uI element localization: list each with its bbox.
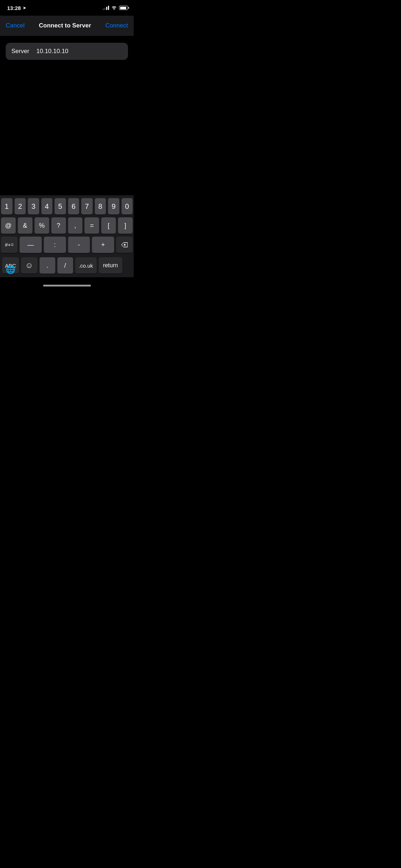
key-ampersand[interactable]: & bbox=[18, 217, 32, 234]
key-plus[interactable]: + bbox=[92, 237, 114, 253]
server-label: Server bbox=[11, 48, 31, 55]
key-bracket-open[interactable]: [ bbox=[101, 217, 116, 234]
key-percent[interactable]: % bbox=[35, 217, 49, 234]
server-address-input[interactable] bbox=[36, 48, 122, 55]
key-hashplusEquals[interactable]: #+= bbox=[1, 237, 17, 253]
keyboard-row-special: #+= — : - + bbox=[1, 237, 133, 253]
key-comma[interactable]: , bbox=[68, 217, 83, 234]
key-4[interactable]: 4 bbox=[41, 198, 53, 215]
key-colon[interactable]: : bbox=[44, 237, 66, 253]
key-0[interactable]: 0 bbox=[122, 198, 133, 215]
signal-icon bbox=[103, 6, 109, 10]
key-hyphen[interactable]: - bbox=[68, 237, 90, 253]
key-return[interactable]: return bbox=[99, 257, 122, 274]
key-at[interactable]: @ bbox=[1, 217, 16, 234]
home-indicator bbox=[43, 285, 91, 286]
keyboard-row-numbers: 1 2 3 4 5 6 7 8 9 0 bbox=[1, 198, 133, 215]
location-arrow-icon: ➤ bbox=[23, 6, 26, 10]
content-area: Server bbox=[0, 36, 134, 67]
status-icons bbox=[103, 5, 128, 11]
key-em-dash[interactable]: — bbox=[20, 237, 42, 253]
key-1[interactable]: 1 bbox=[1, 198, 12, 215]
key-couk[interactable]: .co.uk bbox=[75, 257, 97, 274]
key-3[interactable]: 3 bbox=[28, 198, 39, 215]
navigation-bar: Cancel Connect to Server Connect bbox=[0, 16, 134, 36]
globe-icon[interactable]: 🌐 bbox=[6, 265, 15, 274]
server-input-row[interactable]: Server bbox=[6, 43, 128, 60]
battery-icon bbox=[119, 6, 128, 10]
cancel-button[interactable]: Cancel bbox=[6, 19, 25, 32]
key-8[interactable]: 8 bbox=[95, 198, 106, 215]
key-bracket-close[interactable]: ] bbox=[118, 217, 133, 234]
keyboard: 1 2 3 4 5 6 7 8 9 0 @ & % ? , = [ ] #+= … bbox=[0, 195, 134, 277]
connect-button[interactable]: Connect bbox=[106, 19, 128, 32]
status-time: 13:28 ➤ bbox=[7, 5, 26, 11]
status-bar: 13:28 ➤ bbox=[0, 0, 134, 16]
time-display: 13:28 bbox=[7, 5, 21, 11]
key-question[interactable]: ? bbox=[51, 217, 66, 234]
key-6[interactable]: 6 bbox=[68, 198, 79, 215]
keyboard-row-symbols: @ & % ? , = [ ] bbox=[1, 217, 133, 234]
wifi-icon bbox=[111, 5, 117, 11]
key-2[interactable]: 2 bbox=[15, 198, 26, 215]
key-dot[interactable]: . bbox=[40, 257, 55, 274]
key-7[interactable]: 7 bbox=[81, 198, 93, 215]
key-9[interactable]: 9 bbox=[108, 198, 119, 215]
keyboard-row-bottom: ABC ☺ . / .co.uk return bbox=[1, 256, 133, 276]
page-title: Connect to Server bbox=[39, 22, 91, 29]
key-slash[interactable]: / bbox=[57, 257, 73, 274]
key-5[interactable]: 5 bbox=[55, 198, 66, 215]
key-equals[interactable]: = bbox=[84, 217, 99, 234]
delete-key[interactable] bbox=[116, 237, 133, 253]
key-emoji[interactable]: ☺ bbox=[21, 257, 37, 274]
